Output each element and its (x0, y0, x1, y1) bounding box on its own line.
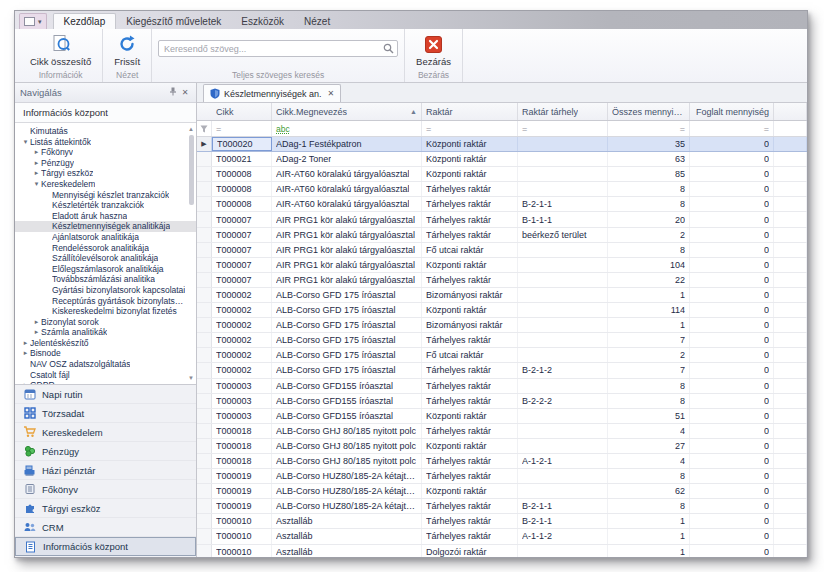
cell-cikk[interactable]: T000010 (212, 529, 272, 543)
cell-raktar[interactable]: Tárhelyes raktár (422, 197, 518, 211)
cell-raktar[interactable]: Tárhelyes raktár (422, 363, 518, 377)
cell-nev[interactable]: ALB-Corso GFD 175 íróasztal (272, 318, 422, 332)
column-header-osszes[interactable]: Összes mennyiség (608, 103, 690, 120)
cell-foglalt[interactable]: 0 (690, 484, 774, 498)
ribbon-tab-0[interactable]: Kezdőlap (53, 13, 117, 29)
cell-nev[interactable]: ALB-Corso GFD 175 íróasztal (272, 288, 422, 302)
table-row[interactable]: T000002ALB-Corso GFD 175 íróasztalTárhel… (197, 333, 807, 348)
tree-item-3[interactable]: ▸Pénzügy (15, 158, 196, 169)
tree-scrollbar[interactable]: ▲ ▼ (187, 125, 195, 382)
cell-osszes[interactable]: 2 (608, 348, 690, 362)
cell-raktar[interactable]: Fő utcai raktár (422, 348, 518, 362)
cell-osszes[interactable]: 27 (608, 439, 690, 453)
search-input[interactable] (164, 44, 383, 54)
cell-raktar[interactable]: Tárhelyes raktár (422, 499, 518, 513)
cell-osszes[interactable]: 8 (608, 379, 690, 393)
tree-item-16[interactable]: Receptúrás gyártások bizonylatsorai (15, 296, 196, 307)
tree-item-14[interactable]: Továbbszámlázási analitika (15, 274, 196, 285)
cell-cikk[interactable]: T000003 (212, 394, 272, 408)
filter-cell-tarhely[interactable]: = (518, 121, 608, 136)
table-row[interactable]: T000002ALB-Corso GFD 175 íróasztalKözpon… (197, 303, 807, 318)
cell-cikk[interactable]: T000018 (212, 454, 272, 468)
cell-foglalt[interactable]: 0 (690, 439, 774, 453)
cell-nev[interactable]: AIR-AT60 köralakú tárgyalóasztal (272, 182, 422, 196)
cell-nev[interactable]: ALB-Corso GFD 175 íróasztal (272, 363, 422, 377)
chevron-collapsed-icon[interactable]: ▸ (32, 158, 41, 169)
cell-cikk[interactable]: T000007 (212, 212, 272, 226)
cell-tarhely[interactable]: B-1-1-1 (518, 212, 608, 226)
cell-osszes[interactable]: 2 (608, 228, 690, 242)
table-row[interactable]: T000003ALB-Corso GFD155 íróasztalTárhely… (197, 394, 807, 409)
cell-raktar[interactable]: Központi raktár (422, 152, 518, 166)
table-row[interactable]: T000007AIR PRG1 kör alakú tárgyalóasztal… (197, 273, 807, 288)
cell-cikk[interactable]: T000007 (212, 258, 272, 272)
cell-cikk[interactable]: T000007 (212, 243, 272, 257)
cell-tarhely[interactable] (518, 545, 608, 557)
cell-raktar[interactable]: Tárhelyes raktár (422, 333, 518, 347)
tree-item-23[interactable]: Csatolt fájl (15, 370, 196, 381)
nav-item-5[interactable]: Főkönyv (15, 480, 196, 499)
nav-item-0[interactable]: Napi rutin (15, 385, 196, 404)
cell-tarhely[interactable]: B-2-1-1 (518, 514, 608, 528)
cell-nev[interactable]: ALB-Corso GFD 175 íróasztal (272, 333, 422, 347)
scroll-down-icon[interactable]: ▼ (188, 374, 194, 382)
cell-tarhely[interactable] (518, 379, 608, 393)
filter-cell-osszes[interactable]: = (608, 121, 690, 136)
filter-cell-raktar[interactable]: = (422, 121, 518, 136)
filter-operator-icon[interactable]: = (680, 124, 685, 134)
cell-nev[interactable]: ALB-Corso GFD155 íróasztal (272, 394, 422, 408)
cell-osszes[interactable]: 8 (608, 243, 690, 257)
column-header-cikk[interactable]: Cikk (212, 103, 272, 120)
cell-cikk[interactable]: T000020 (212, 137, 272, 151)
cell-nev[interactable]: Asztalláb (272, 529, 422, 543)
nav-item-4[interactable]: Házi pénztár (15, 461, 196, 480)
cell-raktar[interactable]: Központi raktár (422, 409, 518, 423)
ribbon-tab-1[interactable]: Kiegészítő műveletek (116, 14, 231, 29)
cell-foglalt[interactable]: 0 (690, 243, 774, 257)
tree-item-7[interactable]: Készletérték tranzakciók (15, 200, 196, 211)
cell-cikk[interactable]: T000008 (212, 182, 272, 196)
cell-cikk[interactable]: T000002 (212, 318, 272, 332)
cell-tarhely[interactable]: B-2-1-1 (518, 197, 608, 211)
cell-osszes[interactable]: 8 (608, 394, 690, 408)
cell-foglalt[interactable]: 0 (690, 363, 774, 377)
cell-nev[interactable]: AIR PRG1 kör alakú tárgyalóasztal (272, 273, 422, 287)
cell-nev[interactable]: ALB-Corso GFD155 íróasztal (272, 379, 422, 393)
table-row[interactable]: T000003ALB-Corso GFD155 íróasztalTárhely… (197, 379, 807, 394)
cell-nev[interactable]: ALB-Corso GHJ 80/185 nyitott polc (272, 454, 422, 468)
nav-item-8[interactable]: Információs központ (15, 537, 196, 556)
tree-item-22[interactable]: NAV OSZ adatszolgáltatás (15, 359, 196, 370)
cell-cikk[interactable]: T000019 (212, 499, 272, 513)
tree-item-15[interactable]: Gyártási bizonylatsorok kapcsolatai (15, 285, 196, 296)
filter-cell-nev[interactable]: abc (272, 121, 422, 136)
cell-foglalt[interactable]: 0 (690, 499, 774, 513)
table-row[interactable]: ▶T000020ADag-1 FestékpatronKözponti rakt… (197, 137, 807, 152)
cell-osszes[interactable]: 1 (608, 318, 690, 332)
document-tab[interactable]: Készletmennyiségek an. ✕ (203, 84, 341, 102)
cell-cikk[interactable]: T000002 (212, 363, 272, 377)
cell-raktar[interactable]: Központi raktár (422, 258, 518, 272)
nav-item-7[interactable]: CRM (15, 518, 196, 537)
tree-item-17[interactable]: Kiskereskedelmi bizonylat fizetés (15, 306, 196, 317)
cell-foglalt[interactable]: 0 (690, 303, 774, 317)
cell-osszes[interactable]: 114 (608, 303, 690, 317)
quick-access-toolbar[interactable]: ▾ (19, 13, 47, 29)
chevron-collapsed-icon[interactable]: ▸ (32, 327, 41, 338)
cell-raktar[interactable]: Tárhelyes raktár (422, 212, 518, 226)
cell-foglalt[interactable]: 0 (690, 394, 774, 408)
cell-tarhely[interactable]: beérkező terület (518, 228, 608, 242)
cell-nev[interactable]: ALB-Corso HUZ80/185-2A kétajtós pol... (272, 469, 422, 483)
cell-foglalt[interactable]: 0 (690, 137, 774, 151)
cell-tarhely[interactable] (518, 288, 608, 302)
chevron-collapsed-icon[interactable]: ▸ (32, 168, 41, 179)
filter-operator-icon[interactable]: abc (276, 124, 290, 134)
chevron-expanded-icon[interactable]: ▾ (32, 179, 41, 190)
cell-nev[interactable]: AIR PRG1 kör alakú tárgyalóasztal (272, 243, 422, 257)
cell-nev[interactable]: ALB-Corso GFD 175 íróasztal (272, 303, 422, 317)
cell-foglalt[interactable]: 0 (690, 152, 774, 166)
frissit-button[interactable]: Frissít (109, 31, 145, 69)
cell-cikk[interactable]: T000019 (212, 484, 272, 498)
chevron-collapsed-icon[interactable]: ▸ (21, 380, 30, 384)
cell-tarhely[interactable] (518, 258, 608, 272)
cell-raktar[interactable]: Dolgozói raktár (422, 545, 518, 557)
